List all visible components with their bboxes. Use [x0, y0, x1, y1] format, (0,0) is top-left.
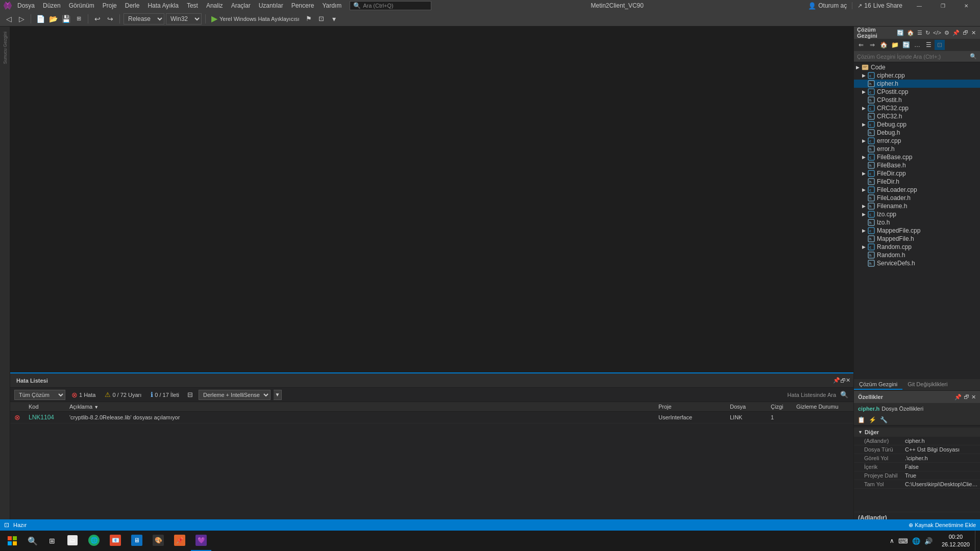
tray-network[interactable]: 🌐: [912, 537, 920, 545]
signin-btn[interactable]: 👤 Oturum aç: [803, 2, 852, 10]
panel-main-float[interactable]: 🗗: [840, 378, 846, 384]
se-win-icon[interactable]: 🗗: [962, 29, 969, 36]
tree-item[interactable]: hCRC32.h: [854, 112, 980, 120]
tool-btn3[interactable]: ▾: [329, 13, 340, 24]
info-badge-main[interactable]: ℹ 0 / 17 İleti: [148, 390, 182, 399]
toolbar-new[interactable]: 📄: [35, 13, 46, 24]
se-tree-area[interactable]: ▶Code▶ccipher.cpphcipher.h▶cCPostit.cpph…: [854, 62, 980, 379]
se-tb-6[interactable]: …: [912, 40, 922, 50]
tree-item[interactable]: ▶hFilename.h: [854, 202, 980, 210]
toolbar-open[interactable]: 📂: [47, 13, 59, 24]
menu-pencere[interactable]: Pencere: [287, 1, 318, 10]
taskbar-taskview[interactable]: ⊞: [43, 532, 61, 550]
error-badge-main[interactable]: ⊗ 1 Hata: [68, 390, 99, 400]
platform-dropdown[interactable]: Win32: [166, 13, 202, 24]
tree-item[interactable]: hRandom.h: [854, 251, 980, 259]
error-table-row[interactable]: ⊗ LNK1104 'cryptlib-8.2.0Release.lib' do…: [10, 412, 853, 423]
se-home-icon[interactable]: 🏠: [906, 29, 915, 37]
tree-item[interactable]: hFileBase.h: [854, 161, 980, 169]
tree-item[interactable]: hlzo.h: [854, 218, 980, 227]
props-pin[interactable]: 📌: [954, 394, 962, 400]
panel-main-pin[interactable]: 📌: [833, 377, 840, 384]
props-tb-1[interactable]: 📋: [856, 415, 866, 425]
props-content[interactable]: ▼Diğer(Adlandır)cipher.hDosya TürüC++ Üs…: [854, 425, 980, 512]
tree-item[interactable]: ▶cRandom.cpp: [854, 243, 980, 251]
panel-main-close[interactable]: ✕: [846, 377, 850, 384]
tree-item[interactable]: ▶cCPostit.cpp: [854, 88, 980, 96]
toolbar-save[interactable]: 💾: [60, 13, 71, 24]
tree-item[interactable]: ▶cFileDir.cpp: [854, 169, 980, 178]
filter-toggle-btn[interactable]: ⊟: [185, 390, 195, 400]
se-search-bar[interactable]: 🔍: [854, 51, 980, 62]
error-table-main[interactable]: Kod Açıklama ▼ Proje Dosya Çizgi Gizleme…: [10, 402, 853, 519]
tool-btn2[interactable]: ⊡: [316, 13, 327, 24]
th-kod[interactable]: [10, 402, 24, 412]
props-float[interactable]: 🗗: [964, 394, 969, 400]
tray-keyboard[interactable]: ⌨: [898, 537, 908, 545]
restore-btn[interactable]: ❐: [931, 0, 954, 11]
taskbar-app-2[interactable]: 🌐: [84, 531, 104, 551]
tree-item[interactable]: hFileDir.h: [854, 178, 980, 186]
tree-item[interactable]: ▶Code: [854, 63, 980, 71]
menu-hata[interactable]: Hata Ayıkla: [143, 1, 182, 10]
se-view-btn[interactable]: ☰: [916, 29, 923, 37]
taskbar-app-7[interactable]: 💜: [191, 531, 211, 551]
status-source-control[interactable]: ⊕ Kaynak Denetimine Ekle: [909, 522, 976, 529]
menu-gorunum[interactable]: Görünüm: [65, 1, 99, 10]
toolbar-redo2[interactable]: ↪: [105, 13, 116, 24]
start-btn[interactable]: [2, 531, 22, 551]
tree-item[interactable]: herror.h: [854, 145, 980, 153]
se-tb-4[interactable]: 📁: [890, 40, 900, 50]
toolbar-save-all[interactable]: ⊞: [73, 13, 84, 24]
tray-arrow[interactable]: ∧: [890, 537, 894, 544]
flag-btn[interactable]: ⚑: [303, 13, 314, 24]
toolbar-redo[interactable]: ▷: [16, 13, 27, 24]
menu-uzantilar[interactable]: Uzantılar: [255, 1, 287, 10]
tree-item[interactable]: hDebug.h: [854, 129, 980, 137]
tree-item[interactable]: ▶cMappedFile.cpp: [854, 227, 980, 235]
scope-filter-main[interactable]: Tüm Çözüm: [14, 390, 65, 400]
th-gizleme[interactable]: Gizleme Durumu: [792, 402, 853, 412]
tree-item[interactable]: hcipher.h: [854, 80, 980, 88]
warning-badge-main[interactable]: ⚠ 0 / 72 Uyarı: [102, 390, 144, 399]
props-tb-3[interactable]: 🔧: [878, 415, 889, 425]
taskbar-app-6[interactable]: 📌: [169, 531, 190, 551]
tree-item[interactable]: ▶ccipher.cpp: [854, 71, 980, 80]
th-aciklama[interactable]: Açıklama ▼: [65, 402, 654, 412]
taskbar-search[interactable]: 🔍: [23, 532, 42, 550]
error-code-link[interactable]: LNK1104: [29, 414, 54, 421]
toolbar-undo[interactable]: ◁: [3, 13, 14, 24]
taskbar-app-5[interactable]: 🎨: [148, 531, 168, 551]
minimize-btn[interactable]: —: [908, 0, 931, 11]
taskbar-app-1[interactable]: 🗂: [62, 531, 83, 551]
menu-test[interactable]: Test: [183, 1, 202, 10]
menu-duzen[interactable]: Düzen: [39, 1, 65, 10]
se-tab-solution[interactable]: Çözüm Gezgini: [854, 380, 902, 390]
props-section-header[interactable]: ▼Diğer: [854, 428, 980, 437]
run-btn[interactable]: ▶ Yerel Windows Hata Ayıklayıcısı: [209, 14, 302, 23]
menu-yardim[interactable]: Yardım: [318, 1, 346, 10]
se-search-field[interactable]: [857, 54, 968, 60]
tree-item[interactable]: hCPostit.h: [854, 96, 980, 104]
se-tb-5[interactable]: 🔄: [901, 40, 911, 50]
search-area[interactable]: 🔍 Ara (Ctrl+Q): [350, 1, 431, 10]
menu-analiz[interactable]: Analiz: [202, 1, 227, 10]
menu-proje[interactable]: Proje: [99, 1, 121, 10]
tree-item[interactable]: ▶cFileLoader.cpp: [854, 186, 980, 194]
se-tb-8[interactable]: ⊡: [935, 40, 945, 50]
tree-item[interactable]: ▶cerror.cpp: [854, 137, 980, 145]
taskbar-app-3[interactable]: 📧: [105, 531, 126, 551]
status-ready[interactable]: Hazır: [13, 522, 27, 528]
close-btn[interactable]: ✕: [954, 0, 978, 11]
se-close-icon[interactable]: ✕: [970, 29, 977, 37]
menu-araclar[interactable]: Araçlar: [227, 1, 255, 10]
menu-derle[interactable]: Derle: [121, 1, 144, 10]
se-tb-1[interactable]: ⇐: [856, 40, 866, 50]
error-search-icon-btn[interactable]: 🔍: [839, 390, 849, 400]
th-proje[interactable]: Proje: [654, 402, 726, 412]
se-tb-2[interactable]: ⇒: [867, 40, 877, 50]
live-share-btn[interactable]: ↗ 16 Live Share: [852, 2, 908, 9]
tree-item[interactable]: hFileLoader.h: [854, 194, 980, 202]
props-tb-2[interactable]: ⚡: [867, 415, 877, 425]
build-filter-arrow[interactable]: ▼: [274, 390, 282, 400]
